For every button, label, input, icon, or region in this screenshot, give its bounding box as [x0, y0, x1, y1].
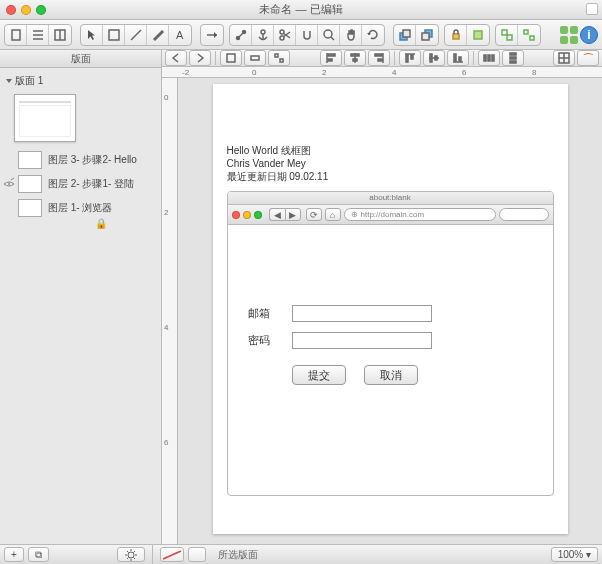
distribute-h-button[interactable] — [478, 50, 500, 66]
svg-rect-26 — [453, 34, 459, 39]
line-tool[interactable] — [125, 25, 147, 45]
grid-toggle[interactable] — [553, 50, 575, 66]
proxy-icon[interactable] — [586, 3, 598, 15]
canvas-toolbar: ⌒ — [162, 50, 602, 67]
prev-page-button[interactable] — [165, 50, 187, 66]
next-page-button[interactable] — [189, 50, 211, 66]
svg-rect-58 — [492, 55, 494, 61]
align-top-button[interactable] — [399, 50, 421, 66]
zoom-in-button[interactable] — [268, 50, 290, 66]
magnet-tool[interactable] — [296, 25, 318, 45]
svg-rect-6 — [109, 30, 119, 40]
horizontal-ruler: -2 0 2 4 6 8 — [162, 67, 602, 78]
add-page-button[interactable]: + — [4, 547, 24, 562]
browser-reload-button[interactable]: ⟳ — [306, 208, 322, 221]
browser-home-button[interactable]: ⌂ — [325, 208, 341, 221]
layers-sidebar: 版面 版面 1 图层 3- 步骤2- Hello 图层 2- 步骤1- 登陆 图… — [0, 50, 162, 544]
main-toolbar: A i — [0, 20, 602, 50]
text-tool[interactable]: A — [169, 25, 191, 45]
browser-url-field[interactable]: ⊕ http://domain.com — [344, 208, 496, 221]
svg-rect-55 — [459, 57, 461, 61]
no-fill-swatch[interactable] — [160, 547, 184, 562]
hand-tool[interactable] — [340, 25, 362, 45]
svg-rect-60 — [510, 57, 516, 59]
browser-forward-button[interactable]: ▶ — [285, 208, 301, 221]
pointer-tool[interactable] — [81, 25, 103, 45]
snap-toggle[interactable]: ⌒ — [577, 50, 599, 66]
align-center-h-button[interactable] — [344, 50, 366, 66]
visibility-placeholder — [2, 201, 16, 215]
layer-label: 图层 2- 步骤1- 登陆 — [48, 177, 134, 191]
group-button[interactable] — [496, 25, 518, 45]
swatch-picker[interactable] — [188, 547, 206, 562]
layer-label: 图层 3- 步骤2- Hello — [48, 153, 137, 167]
inspector-button[interactable]: i — [580, 26, 598, 44]
visibility-toggle[interactable] — [2, 177, 16, 191]
cancel-button[interactable]: 取消 — [364, 365, 418, 385]
scissors-tool[interactable] — [274, 25, 296, 45]
fit-page-button[interactable] — [220, 50, 242, 66]
zoom-tool[interactable] — [318, 25, 340, 45]
svg-rect-57 — [488, 55, 490, 61]
rotate-tool[interactable] — [362, 25, 384, 45]
layer-row[interactable]: 图层 2- 步骤1- 登陆 — [0, 172, 161, 196]
svg-rect-40 — [328, 59, 332, 61]
browser-zoom-icon[interactable] — [254, 211, 262, 219]
svg-text:A: A — [176, 29, 184, 41]
browser-body: 邮箱 密码 提交 取消 — [228, 225, 553, 495]
svg-rect-61 — [510, 61, 516, 63]
layer-row[interactable]: 图层 1- 浏览器 — [0, 196, 161, 220]
svg-rect-51 — [430, 54, 432, 62]
zoom-value: 100% — [558, 549, 584, 560]
node-edit-tool[interactable] — [230, 25, 252, 45]
align-center-v-button[interactable] — [423, 50, 445, 66]
duplicate-page-button[interactable]: ⧉ — [28, 547, 49, 562]
align-left-button[interactable] — [320, 50, 342, 66]
email-field[interactable] — [292, 305, 432, 322]
stencils-button[interactable] — [560, 26, 578, 44]
browser-close-icon[interactable] — [232, 211, 240, 219]
svg-point-32 — [8, 183, 10, 185]
submit-button[interactable]: 提交 — [292, 365, 346, 385]
browser-min-icon[interactable] — [243, 211, 251, 219]
send-back-button[interactable] — [416, 25, 438, 45]
shape-tool[interactable] — [103, 25, 125, 45]
canvas-page[interactable]: Hello World 线框图 Chris Vander Mey 最近更新日期 … — [213, 84, 568, 534]
password-field[interactable] — [292, 332, 432, 349]
unlock-button[interactable] — [467, 25, 489, 45]
view-list-button[interactable] — [27, 25, 49, 45]
view-single-page-button[interactable] — [5, 25, 27, 45]
layer-row[interactable]: 图层 3- 步骤2- Hello — [0, 148, 161, 172]
browser-search-field[interactable] — [499, 208, 549, 221]
svg-point-13 — [261, 30, 265, 34]
ungroup-button[interactable] — [518, 25, 540, 45]
bring-front-button[interactable] — [394, 25, 416, 45]
distribute-v-button[interactable] — [502, 50, 524, 66]
svg-rect-29 — [507, 35, 512, 40]
lock-button[interactable] — [445, 25, 467, 45]
anchor-tool[interactable] — [252, 25, 274, 45]
connection-tool[interactable] — [201, 25, 223, 45]
page-node[interactable]: 版面 1 — [0, 72, 161, 90]
align-right-button[interactable] — [368, 50, 390, 66]
view-split-button[interactable] — [49, 25, 71, 45]
svg-point-19 — [324, 30, 332, 38]
svg-rect-56 — [484, 55, 486, 61]
page-thumbnail[interactable] — [14, 94, 76, 142]
canvas[interactable]: Hello World 线框图 Chris Vander Mey 最近更新日期 … — [178, 78, 602, 544]
svg-line-20 — [331, 37, 334, 40]
svg-rect-34 — [227, 54, 235, 62]
svg-rect-23 — [403, 30, 410, 37]
svg-rect-52 — [435, 56, 437, 60]
sidebar-settings-button[interactable] — [117, 547, 145, 562]
browser-back-button[interactable]: ◀ — [269, 208, 285, 221]
svg-line-73 — [133, 551, 135, 553]
browser-tab-title: about:blank — [228, 192, 553, 205]
zoom-level-dropdown[interactable]: 100% ▾ — [551, 547, 598, 562]
doc-title-text: Hello World 线框图 — [227, 144, 554, 157]
actual-size-button[interactable] — [244, 50, 266, 66]
pen-tool[interactable] — [147, 25, 169, 45]
svg-rect-42 — [351, 54, 359, 56]
browser-mockup[interactable]: about:blank ◀ ▶ ⟳ ⌂ ⊕ — [227, 191, 554, 496]
align-bottom-button[interactable] — [447, 50, 469, 66]
